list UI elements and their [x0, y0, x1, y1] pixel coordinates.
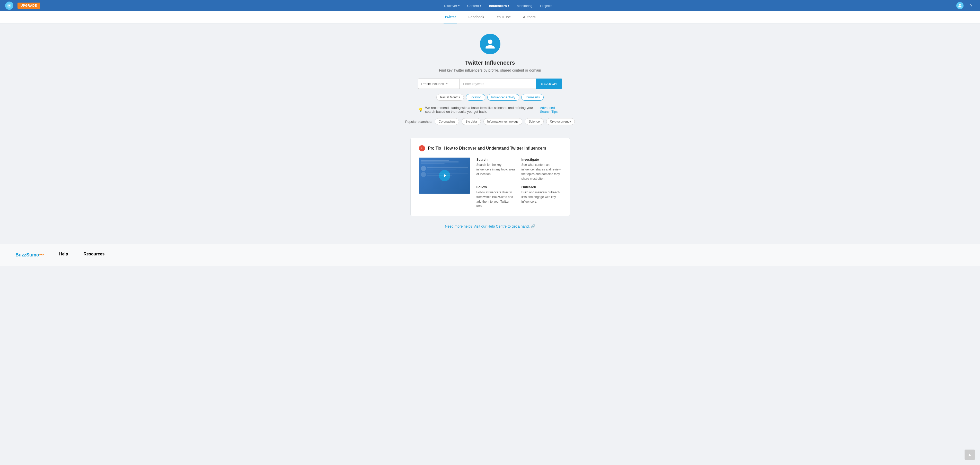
advanced-search-tips-link[interactable]: Advanced Search Tips	[540, 106, 562, 113]
nav-content[interactable]: Content ▾	[464, 2, 484, 9]
external-link-icon: 🔗	[531, 224, 535, 229]
footer: BuzzSumo〜 Help Resources	[0, 244, 980, 266]
pro-tip-body: Search Search for the key influencers in…	[419, 158, 562, 209]
help-centre-link[interactable]: Need more help? Visit our Help Centre to…	[445, 224, 530, 229]
popular-chip-information-technology[interactable]: Information technology	[484, 118, 522, 125]
pro-tip-label: Pro Tip	[428, 146, 441, 151]
tip-investigate-desc: See what content an influencer shares an…	[522, 163, 562, 181]
nav-influencers[interactable]: Influencers ▾	[486, 2, 512, 9]
tip-search-desc: Search for the key influencers in any to…	[476, 163, 516, 176]
popular-chip-cryptocurrency[interactable]: Cryptocurrency	[546, 118, 575, 125]
nav-projects[interactable]: Projects	[537, 2, 555, 9]
footer-logo-wave: 〜	[39, 252, 44, 257]
sub-tabs: Twitter Facebook YouTube Authors	[0, 11, 980, 24]
search-bar: Profile includes ▾ SEARCH	[418, 78, 562, 89]
popular-searches-row: Popular searches: Coronavirus Big data I…	[405, 118, 575, 125]
nav-links: Discover ▾ Content ▾ Influencers ▾ Monit…	[40, 2, 956, 9]
dropdown-chevron-icon: ▾	[446, 82, 448, 85]
filter-chips: Past 6 Months Location Influencer Activi…	[436, 94, 544, 101]
popular-chip-big-data[interactable]: Big data	[461, 118, 480, 125]
search-button[interactable]: SEARCH	[536, 78, 562, 89]
footer-logo-text: BuzzSumo〜	[16, 252, 44, 257]
footer-col-help: Help	[59, 252, 68, 256]
tip-search-title: Search	[476, 158, 516, 161]
tip-outreach: Outreach Build and maintain outreach lis…	[522, 185, 562, 209]
popular-chip-science[interactable]: Science	[525, 118, 544, 125]
footer-logo: BuzzSumo〜	[16, 252, 44, 258]
tip-follow-desc: Follow influencers directly from within …	[476, 190, 516, 209]
upgrade-button[interactable]: UPGRADE	[18, 3, 40, 9]
pro-tip-badge-icon: i	[419, 145, 425, 152]
tab-twitter[interactable]: Twitter	[444, 11, 457, 24]
pro-tip-header: i Pro Tip How to Discover and Understand…	[419, 145, 562, 152]
chip-journalists[interactable]: Journalists	[521, 94, 544, 101]
page-title: Twitter Influencers	[465, 59, 515, 66]
tip-outreach-title: Outreach	[522, 185, 562, 189]
avatar[interactable]	[956, 2, 964, 9]
tab-youtube[interactable]: YouTube	[496, 11, 512, 24]
tip-search: Search Search for the key influencers in…	[476, 158, 516, 181]
tab-facebook[interactable]: Facebook	[468, 11, 485, 24]
nav-discover[interactable]: Discover ▾	[441, 2, 463, 9]
video-inner	[419, 158, 470, 193]
tip-bulb-icon: 💡	[418, 107, 423, 112]
search-type-label: Profile includes	[422, 82, 444, 86]
chip-months[interactable]: Past 6 Months	[436, 94, 464, 101]
video-thumbnail[interactable]	[419, 158, 470, 193]
tip-outreach-desc: Build and maintain outreach lists and en…	[522, 190, 562, 204]
scroll-to-top-button[interactable]: ▲	[964, 449, 975, 460]
tip-investigate: Investigate See what content an influenc…	[522, 158, 562, 181]
popular-chip-coronavirus[interactable]: Coronavirus	[435, 118, 459, 125]
help-link-row: Need more help? Visit our Help Centre to…	[445, 224, 535, 229]
search-input[interactable]	[459, 78, 536, 89]
footer-resources-title: Resources	[84, 252, 105, 256]
tip-investigate-title: Investigate	[522, 158, 562, 161]
chip-influencer-activity[interactable]: Influencer Activity	[487, 94, 519, 101]
tips-grid: Search Search for the key influencers in…	[476, 158, 562, 209]
tip-text: We recommend starting with a basic term …	[425, 106, 538, 113]
hero-avatar-icon	[480, 34, 500, 54]
tip-row: 💡 We recommend starting with a basic ter…	[418, 106, 562, 113]
chip-location[interactable]: Location	[466, 94, 485, 101]
footer-col-resources: Resources	[84, 252, 105, 256]
main-content: Twitter Influencers Find key Twitter inf…	[0, 24, 980, 244]
tip-follow: Follow Follow influencers directly from …	[476, 185, 516, 209]
buzzsumo-logo[interactable]	[5, 2, 13, 10]
tab-authors[interactable]: Authors	[522, 11, 536, 24]
search-type-dropdown[interactable]: Profile includes ▾	[418, 78, 459, 89]
top-navigation: UPGRADE Discover ▾ Content ▾ Influencers…	[0, 0, 980, 11]
page-subtitle: Find key Twitter influencers by profile,…	[439, 68, 541, 72]
nav-right: ?	[956, 2, 975, 9]
tip-follow-title: Follow	[476, 185, 516, 189]
nav-monitoring[interactable]: Monitoring	[514, 2, 536, 9]
help-icon[interactable]: ?	[968, 2, 975, 9]
pro-tip-card: i Pro Tip How to Discover and Understand…	[410, 138, 570, 216]
footer-help-title: Help	[59, 252, 68, 256]
pro-tip-title: How to Discover and Understand Twitter I…	[444, 146, 546, 151]
popular-label: Popular searches:	[405, 120, 432, 124]
